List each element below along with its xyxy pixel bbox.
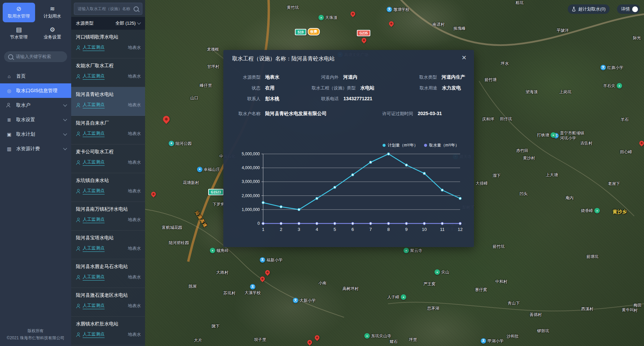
map-label-place: 箭竹坑 (493, 244, 505, 249)
map-label-text: 大片 (194, 338, 202, 343)
water-intake-icon: ⊘ (16, 6, 21, 12)
chart-point[interactable] (262, 202, 264, 204)
station-list: 河口镇唱歌潭水电站人工监测点地表水友能水厂取水工程人工监测点地表水陆河县青砼水电… (71, 30, 145, 346)
sidebar-item-plan[interactable]: ▣取水计划 (0, 127, 71, 141)
chart-point[interactable] (298, 208, 300, 211)
station-list-item[interactable]: 陆河县自来水厂人工监测点地表水 (71, 116, 145, 144)
sidebar-item-location-pin[interactable]: ◎取水口GIS信息管理 (0, 83, 71, 98)
chart-point[interactable] (405, 164, 408, 166)
monitor-type-link[interactable]: 人工监测点 (83, 73, 105, 80)
station-list-item[interactable]: 麦卡公司取水工程人工监测点地表水 (71, 144, 145, 173)
map-label-text: 东坑尖山寺 (371, 334, 391, 339)
station-list-item[interactable]: 陆河县宝塔水电站人工监测点地表水 (71, 231, 145, 259)
station-search-input[interactable]: 请输入取水工程（设施）名称 (74, 3, 142, 15)
station-list-item[interactable]: 友能水厂取水工程人工监测点地表水 (71, 58, 145, 87)
map-label-place: 龙颈根 (207, 47, 219, 52)
sidebar-item-user[interactable]: 取水户 (0, 98, 71, 112)
chart-point[interactable] (298, 222, 300, 225)
source-type-filter[interactable]: 水源类型 全部 (125) (71, 17, 145, 30)
map-label-text: 南进村 (432, 22, 445, 27)
legend-label: 取水量（m³/年） (429, 142, 459, 148)
chart-point[interactable] (352, 222, 354, 225)
field-label: 取水工程（设施）类型 (312, 85, 356, 91)
map-label-text: 坪水 (501, 61, 509, 66)
toggle-knob-icon[interactable] (632, 6, 638, 12)
modal-fields: 水源类型地表水河道内外河道内取水类型河道内生产状态在用取水工程（设施）类型水电站… (233, 74, 465, 122)
chart-point[interactable] (459, 222, 461, 225)
map-label-text: 田仔坑 (500, 116, 512, 122)
station-detail-modal: 取水工程（设施）名称：陆河县青砼水电站 ✕ 水源类型地表水河道内外河道内取水类型… (223, 50, 474, 247)
modal-field: 联系人彭木桃 (233, 96, 312, 102)
legend-item[interactable]: 取水量（m³/年） (424, 142, 459, 148)
map-label-text: 坪里 (409, 337, 417, 342)
chart-point[interactable] (459, 197, 461, 199)
station-list-item[interactable]: 陆河县激石溪老区水电站人工监测点地表水 (71, 288, 145, 317)
station-list-item[interactable]: 水唇镇水栏肚水电站人工监测点地表水 (71, 317, 145, 345)
chart-point[interactable] (334, 222, 336, 225)
chart-point[interactable] (387, 153, 390, 155)
monitor-type-link[interactable]: 人工监测点 (83, 331, 105, 338)
chart-point[interactable] (262, 222, 264, 225)
monitor-type-link[interactable]: 人工监测点 (83, 216, 105, 223)
monitor-type-link[interactable]: 人工监测点 (83, 302, 105, 309)
chart-point[interactable] (369, 222, 372, 225)
station-list-item[interactable]: 东坑镇自来水站人工监测点地表水 (71, 173, 145, 202)
chevron-down-icon (63, 146, 67, 150)
chart-point[interactable] (316, 197, 318, 199)
chart-point[interactable] (441, 222, 444, 225)
chart-point[interactable] (316, 222, 318, 225)
map-label-text: 西溪村 (581, 307, 593, 312)
sidebar-search-input[interactable]: 请输入关键字检索 (4, 51, 67, 62)
monitor-type-link[interactable]: 人工监测点 (83, 44, 105, 51)
map-label-place: 青山下 (508, 301, 520, 306)
chart-point[interactable] (387, 222, 390, 225)
monitor-type-link[interactable]: 人工监测点 (83, 274, 105, 281)
svg-text:4,000,000: 4,000,000 (242, 165, 260, 170)
module-label: 取用水管理 (8, 13, 30, 19)
map-label-text: 田心嶂 (620, 150, 632, 155)
map-label-school: 文大溪学校 (245, 284, 261, 295)
sidebar-item-billing[interactable]: ▥水资源计费 (0, 141, 71, 156)
chart-point[interactable] (280, 206, 282, 208)
monitor-type-link[interactable]: 人工监测点 (83, 130, 105, 137)
map-label-place: 花塘新村 (183, 180, 199, 185)
chart-point[interactable] (441, 189, 444, 191)
modal-field: 取水用途水力发电 (410, 85, 465, 91)
module-plan-water[interactable]: ≋计划用水 (36, 3, 69, 22)
close-icon[interactable]: ✕ (461, 55, 467, 61)
chart-point[interactable] (369, 161, 372, 163)
monitor-type-link[interactable]: 人工监测点 (83, 159, 105, 166)
legend-item[interactable]: 计划量（m³/年） (383, 142, 418, 148)
chart-point[interactable] (334, 186, 336, 188)
over-plan-intake-button[interactable]: 超计划取水(0) (568, 4, 610, 14)
chart-point[interactable] (405, 222, 408, 225)
monitor-type-link[interactable]: 人工监测点 (83, 245, 105, 252)
map-label-text: 坝子里 (254, 337, 266, 342)
chart-point[interactable] (352, 174, 354, 176)
sidebar-item-home[interactable]: ⌂首页 (0, 69, 71, 83)
field-value: 在用 (265, 85, 275, 91)
map-label-place: 庆和坪 (482, 117, 494, 122)
field-label: 联系电话 (312, 96, 339, 102)
map-label-text: 尖山 (441, 270, 449, 275)
station-list-item[interactable]: 陆河县青砼水电站人工监测点地表水 (71, 87, 145, 116)
mountain-pin-icon: ▲ (401, 294, 406, 300)
module-business-settings[interactable]: ⚙业务设置 (36, 24, 69, 43)
sidebar-item-database[interactable]: ≣取水设置 (0, 112, 71, 127)
map-label-place: 沙和肚 (507, 334, 519, 339)
monitor-type-link[interactable]: 人工监测点 (83, 188, 105, 194)
station-list-item[interactable]: 陆河县水唇走马石水电站人工监测点地表水 (71, 259, 145, 288)
module-water-saving[interactable]: ▤节水管理 (3, 24, 35, 43)
map-label-place: 庵内 (565, 195, 573, 201)
station-list-item[interactable]: 陆河县南万镇杞洋水电站人工监测点地表水 (71, 202, 145, 231)
chart-point[interactable] (423, 222, 425, 225)
detail-toggle[interactable]: 详情 (617, 4, 640, 14)
chart-point[interactable] (423, 172, 425, 175)
monitor-type-link[interactable]: 人工监测点 (83, 102, 105, 108)
chart-point[interactable] (280, 222, 282, 225)
modal-field: 联系电话13432771221 (312, 96, 410, 102)
module-water-intake[interactable]: ⊘取用水管理 (3, 3, 35, 22)
map-label-text: 箭竹塘 (484, 77, 497, 82)
module-label: 计划用水 (44, 13, 61, 19)
station-list-item[interactable]: 河口镇唱歌潭水电站人工监测点地表水 (71, 30, 145, 58)
